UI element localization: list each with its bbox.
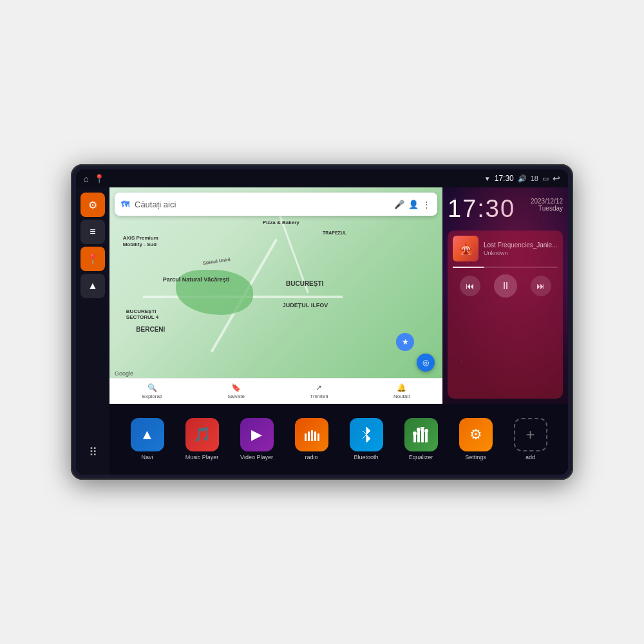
left-sidebar: ⚙ ≡ 📍 ▲ ⠿ <box>76 187 109 475</box>
app-item-equalizer[interactable]: Equalizer <box>404 418 438 460</box>
map-label-parc: Parcul Natural Văcărești <box>163 276 230 283</box>
map-label-berceni: BERCENI <box>136 326 165 333</box>
svg-rect-2 <box>311 430 313 441</box>
map-label-sector4: BUCUREȘTISECTORUL 4 <box>126 308 158 320</box>
news-label: Noutăți <box>393 393 410 399</box>
app-label-radio: radio <box>305 454 317 460</box>
map-label-splaiul: Splaiul Unirii <box>202 257 230 265</box>
battery-level: 18 <box>531 175 538 182</box>
app-label-bluetooth: Bluetooth <box>354 454 378 460</box>
music-track-info: 🎪 Lost Frequencies_Janie... Unknown <box>453 236 558 261</box>
map-saved[interactable]: 🔖 Salvate <box>227 383 245 399</box>
google-watermark: Google <box>115 370 133 377</box>
map-label-ilfov: JUDEȚUL ILFOV <box>283 302 328 308</box>
app-label-music-player: Music Player <box>185 454 219 460</box>
mic-icon[interactable]: 🎤 <box>394 200 404 209</box>
svg-rect-7 <box>421 428 424 442</box>
home-icon[interactable]: ⌂ <box>84 174 89 184</box>
music-progress-bar[interactable] <box>453 267 558 268</box>
map-label-trapez: TRAPEZUL <box>323 231 346 235</box>
map-label-axis: AXIS PremiumMobility - Sud <box>123 235 158 249</box>
music-player-icon-symbol: 🎵 <box>193 426 211 443</box>
app-icon-video-player: ▶ <box>240 418 274 451</box>
clock-day: Tuesday <box>531 205 563 212</box>
sidebar-nav-icon[interactable]: ▲ <box>80 274 105 298</box>
app-icon-music-player: 🎵 <box>185 418 219 451</box>
google-maps-logo: 🗺 <box>121 200 129 209</box>
location-icon[interactable]: 📍 <box>94 174 104 184</box>
music-controls: ⏮ ⏸ ⏭ <box>453 272 558 300</box>
app-icon-bluetooth <box>350 418 383 451</box>
map-label-buc: BUCUREȘTI <box>286 280 323 287</box>
volume-icon: 🔊 <box>518 175 527 183</box>
svg-rect-4 <box>317 433 319 441</box>
map-search-actions: 🎤 👤 ⋮ <box>394 200 431 209</box>
music-play-button[interactable]: ⏸ <box>494 274 517 298</box>
app-item-navi[interactable]: ▲ Navi <box>131 418 164 460</box>
bluetooth-symbol-icon <box>360 426 373 444</box>
map-locate-button[interactable]: ◎ <box>417 354 435 372</box>
map-news[interactable]: 🔔 Noutăți <box>393 383 410 399</box>
svg-point-11 <box>421 427 424 429</box>
share-icon: ↗ <box>316 383 322 392</box>
status-time: 17:30 <box>495 174 514 183</box>
center-area: AXIS PremiumMobility - Sud Pizza & Baker… <box>109 187 568 475</box>
app-item-settings[interactable]: ⚙ Settings <box>459 418 493 460</box>
news-icon: 🔔 <box>397 383 406 392</box>
svg-rect-8 <box>425 432 428 442</box>
map-searchbar[interactable]: 🗺 Căutați aici 🎤 👤 ⋮ <box>115 193 437 216</box>
clock-time: 17:30 <box>448 195 515 223</box>
svg-rect-3 <box>314 431 316 441</box>
app-item-video-player[interactable]: ▶ Video Player <box>240 418 274 460</box>
equalizer-bars-icon <box>413 427 430 442</box>
music-prev-button[interactable]: ⏮ <box>460 276 480 296</box>
top-section: AXIS PremiumMobility - Sud Pizza & Baker… <box>109 187 568 404</box>
map-bottom-bar: 🔍 Explorați 🔖 Salvate ↗ Trimiteți <box>109 378 442 404</box>
app-item-bluetooth[interactable]: Bluetooth <box>350 418 383 460</box>
battery-icon: ▭ <box>542 175 549 183</box>
back-icon[interactable]: ↩ <box>553 173 560 184</box>
video-player-icon-symbol: ▶ <box>251 426 262 443</box>
svg-point-10 <box>417 428 421 431</box>
music-title: Lost Frequencies_Janie... <box>484 242 558 249</box>
music-album-art: 🎪 <box>453 236 478 261</box>
app-icon-navi: ▲ <box>131 418 164 451</box>
radio-waves-icon <box>303 428 320 441</box>
map-explore[interactable]: 🔍 Explorați <box>142 383 162 399</box>
music-next-button[interactable]: ⏭ <box>531 276 551 296</box>
app-icon-add: + <box>514 418 547 451</box>
map-star-button[interactable]: ★ <box>396 333 414 351</box>
saved-icon: 🔖 <box>231 383 241 392</box>
map-container[interactable]: AXIS PremiumMobility - Sud Pizza & Baker… <box>109 187 442 404</box>
music-artist: Unknown <box>484 250 558 256</box>
explore-label: Explorați <box>142 393 162 399</box>
sidebar-map-icon[interactable]: 📍 <box>80 247 105 271</box>
screen: ⌂ 📍 ▼ 17:30 🔊 18 ▭ ↩ ⚙ ≡ 📍 ▲ ⠿ <box>76 169 568 475</box>
app-label-equalizer: Equalizer <box>409 454 433 460</box>
account-icon[interactable]: 👤 <box>408 200 419 209</box>
map-background: AXIS PremiumMobility - Sud Pizza & Baker… <box>109 187 442 404</box>
clock-date: 2023/12/12 Tuesday <box>531 195 563 212</box>
svg-rect-0 <box>305 433 307 441</box>
music-progress-fill <box>453 267 484 268</box>
status-bar: ⌂ 📍 ▼ 17:30 🔊 18 ▭ ↩ <box>76 169 568 187</box>
svg-point-12 <box>424 429 428 433</box>
map-share[interactable]: ↗ Trimiteți <box>310 383 328 399</box>
clock-date-value: 2023/12/12 <box>531 198 563 205</box>
sidebar-settings-icon[interactable]: ⚙ <box>80 193 105 217</box>
saved-label: Salvate <box>227 393 245 399</box>
app-item-add[interactable]: + add <box>514 418 547 460</box>
sidebar-files-icon[interactable]: ≡ <box>80 220 105 244</box>
app-item-radio[interactable]: radio <box>295 418 328 460</box>
status-left: ⌂ 📍 <box>84 174 104 184</box>
app-item-music-player[interactable]: 🎵 Music Player <box>185 418 219 460</box>
sidebar-grid-icon[interactable]: ⠿ <box>80 440 105 464</box>
app-grid: ▲ Navi 🎵 Music Player ▶ <box>109 404 568 475</box>
more-icon[interactable]: ⋮ <box>422 200 431 209</box>
add-icon-symbol: + <box>526 426 535 444</box>
right-panel: 17:30 2023/12/12 Tuesday 🎪 <box>442 187 568 404</box>
music-text: Lost Frequencies_Janie... Unknown <box>484 242 558 256</box>
wifi-icon: ▼ <box>484 175 491 182</box>
navi-icon-symbol: ▲ <box>140 426 155 443</box>
settings-icon-symbol: ⚙ <box>469 426 482 443</box>
